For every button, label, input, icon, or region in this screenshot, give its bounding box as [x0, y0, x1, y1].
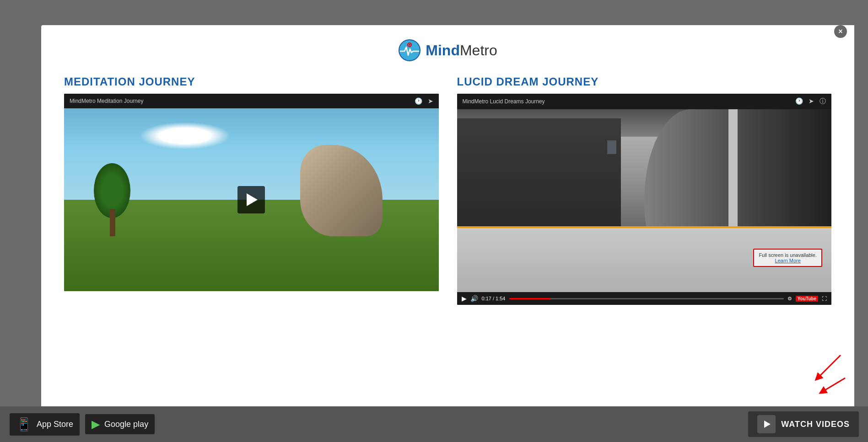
watch-videos-play-icon [757, 415, 776, 433]
lucid-thumbnail[interactable]: Full screen is unavailable. Learn More [457, 109, 832, 292]
share-icon: ➤ [428, 97, 433, 105]
pillar [728, 109, 738, 228]
lucid-column: LUCID DREAM JOURNEY MindMetro Lucid Drea… [457, 75, 832, 305]
lucid-time: 0:17 / 1:54 [482, 296, 506, 301]
meditation-topbar-icons: 🕐 ➤ [415, 97, 433, 105]
lucid-volume-btn[interactable]: 🔊 [470, 295, 478, 302]
info-icon: ⓘ [819, 97, 826, 106]
watch-videos-button[interactable]: WATCH VIDEOS [748, 411, 859, 437]
lucid-controls-right: ⚙ YouTube ⛶ [787, 296, 827, 302]
meditation-player[interactable]: MindMetro Meditation Journey 🕐 ➤ [64, 94, 439, 291]
fullscreen-tooltip-text: Full screen is unavailable. [759, 252, 817, 258]
lucid-topbar: MindMetro Lucid Dreams Journey 🕐 ➤ ⓘ [457, 94, 832, 109]
app-store-button[interactable]: 📱 App Store [9, 413, 80, 436]
bottom-bar: 📱 App Store ▶ Google play WATCH VIDEOS [0, 406, 868, 442]
tree [94, 163, 130, 236]
train [457, 118, 621, 228]
tree-trunk [110, 209, 115, 236]
lucid-progress-bar[interactable] [509, 298, 784, 299]
meditation-thumbnail[interactable] [64, 108, 439, 291]
play-button[interactable] [237, 186, 265, 213]
clock-icon-2: 🕐 [795, 97, 803, 106]
modal-container: MindMetro MEDITATION JOURNEY MindMetro M… [41, 25, 854, 442]
logo-text: MindMetro [426, 42, 497, 59]
lucid-play-btn[interactable]: ▶ [462, 295, 467, 302]
watch-videos-label: WATCH VIDEOS [781, 420, 850, 429]
close-button[interactable]: × [834, 25, 847, 38]
train-window [607, 140, 616, 154]
youtube-badge: YouTube [796, 296, 818, 302]
settings-icon[interactable]: ⚙ [787, 296, 792, 302]
lucid-player[interactable]: MindMetro Lucid Dreams Journey 🕐 ➤ ⓘ [457, 94, 832, 305]
clouds [139, 122, 231, 149]
google-play-button[interactable]: ▶ Google play [85, 414, 155, 435]
lucid-topbar-icons: 🕐 ➤ ⓘ [795, 97, 826, 106]
videos-section: MEDITATION JOURNEY MindMetro Meditation … [64, 75, 831, 305]
logo-metro: Metro [460, 42, 497, 59]
fullscreen-icon[interactable]: ⛶ [822, 296, 827, 301]
lucid-title: LUCID DREAM JOURNEY [457, 75, 832, 88]
platform-line [457, 226, 832, 228]
clock-icon: 🕐 [415, 97, 422, 105]
app-store-label: App Store [37, 420, 73, 429]
logo-mind: Mind [426, 42, 460, 59]
mindmetro-logo-icon [398, 39, 421, 62]
modal-header: MindMetro [64, 39, 831, 62]
logo-container: MindMetro [398, 39, 497, 62]
lucid-video-title: MindMetro Lucid Dreams Journey [463, 98, 545, 105]
meditation-title: MEDITATION JOURNEY [64, 75, 439, 88]
lucid-controls: ▶ 🔊 0:17 / 1:54 ⚙ YouTube ⛶ [457, 292, 832, 305]
google-play-label: Google play [104, 420, 148, 429]
share-icon-2: ➤ [809, 97, 814, 106]
meditation-topbar: MindMetro Meditation Journey 🕐 ➤ [64, 94, 439, 108]
meditation-video-title: MindMetro Meditation Journey [70, 98, 143, 104]
fullscreen-tooltip: Full screen is unavailable. Learn More [753, 249, 822, 267]
modal-content: MindMetro MEDITATION JOURNEY MindMetro M… [41, 25, 854, 442]
meditation-column: MEDITATION JOURNEY MindMetro Meditation … [64, 75, 439, 305]
learn-more-link[interactable]: Learn More [775, 258, 801, 263]
lucid-progress-fill [509, 298, 550, 299]
play-triangle-icon: ▶ [92, 418, 100, 431]
phone-icon: 📱 [16, 417, 32, 432]
